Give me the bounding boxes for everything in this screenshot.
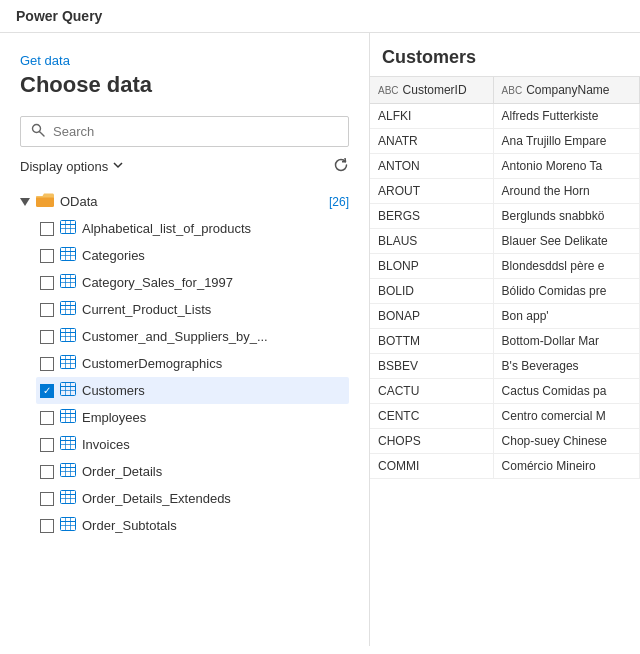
table-icon <box>60 220 76 237</box>
right-panel: Customers ABCCustomerIDABCCompanyName AL… <box>370 33 640 646</box>
cell-customerid: BLAUS <box>370 229 493 254</box>
tree-item-invoices[interactable]: Invoices <box>36 431 349 458</box>
refresh-icon[interactable] <box>333 157 349 176</box>
table-row: ALFKIAlfreds Futterkiste <box>370 104 640 129</box>
checkbox-employees[interactable] <box>40 411 54 425</box>
page-title: Choose data <box>20 72 349 98</box>
table-row: COMMIComércio Mineiro <box>370 454 640 479</box>
tree-item-category_sales[interactable]: Category_Sales_for_1997 <box>36 269 349 296</box>
checkbox-order_subtotals[interactable] <box>40 519 54 533</box>
svg-rect-3 <box>61 221 76 234</box>
preview-table-container[interactable]: ABCCustomerIDABCCompanyName ALFKIAlfreds… <box>370 77 640 646</box>
tree-item-categories[interactable]: Categories <box>36 242 349 269</box>
search-box[interactable] <box>20 116 349 147</box>
tree-item-order_details[interactable]: Order_Details <box>36 458 349 485</box>
title-bar: Power Query <box>0 0 640 33</box>
tree-root-odata[interactable]: OData [26] <box>20 188 349 215</box>
table-icon <box>60 355 76 372</box>
table-row: BOTTMBottom-Dollar Mar <box>370 329 640 354</box>
table-icon <box>60 463 76 480</box>
tree-item-alphabetical[interactable]: Alphabetical_list_of_products <box>36 215 349 242</box>
tree-section: OData [26] Alphabetical_list_of_products… <box>20 188 349 539</box>
col-header-companyname: ABCCompanyName <box>493 77 639 104</box>
table-icon <box>60 517 76 534</box>
table-icon <box>60 436 76 453</box>
table-icon <box>60 409 76 426</box>
item-label-order_subtotals: Order_Subtotals <box>82 518 177 533</box>
cell-companyname: Ana Trujillo Empare <box>493 129 639 154</box>
svg-rect-23 <box>61 329 76 342</box>
cell-customerid: ALFKI <box>370 104 493 129</box>
cell-customerid: ANTON <box>370 154 493 179</box>
item-label-customer_suppliers: Customer_and_Suppliers_by_... <box>82 329 268 344</box>
checkbox-category_sales[interactable] <box>40 276 54 290</box>
col-type-icon: ABC <box>502 85 523 96</box>
tree-root-count: [26] <box>329 195 349 209</box>
checkbox-customer_demographics[interactable] <box>40 357 54 371</box>
table-icon <box>60 301 76 318</box>
display-options-row: Display options <box>20 157 349 176</box>
cell-companyname: Bólido Comidas pre <box>493 279 639 304</box>
cell-customerid: ANATR <box>370 129 493 154</box>
cell-customerid: BOTTM <box>370 329 493 354</box>
table-row: ANTONAntonio Moreno Ta <box>370 154 640 179</box>
table-icon <box>60 247 76 264</box>
tree-item-current_products[interactable]: Current_Product_Lists <box>36 296 349 323</box>
cell-companyname: Blondesddsl père e <box>493 254 639 279</box>
tree-item-customer_suppliers[interactable]: Customer_and_Suppliers_by_... <box>36 323 349 350</box>
svg-rect-48 <box>61 464 76 477</box>
svg-rect-53 <box>61 491 76 504</box>
svg-rect-18 <box>61 302 76 315</box>
table-row: CHOPSChop-suey Chinese <box>370 429 640 454</box>
checkbox-invoices[interactable] <box>40 438 54 452</box>
checkbox-customer_suppliers[interactable] <box>40 330 54 344</box>
tree-item-employees[interactable]: Employees <box>36 404 349 431</box>
tree-item-customer_demographics[interactable]: CustomerDemographics <box>36 350 349 377</box>
tree-item-order_subtotals[interactable]: Order_Subtotals <box>36 512 349 539</box>
item-label-customers: Customers <box>82 383 145 398</box>
cell-companyname: Chop-suey Chinese <box>493 429 639 454</box>
cell-companyname: Centro comercial M <box>493 404 639 429</box>
item-label-category_sales: Category_Sales_for_1997 <box>82 275 233 290</box>
svg-rect-58 <box>61 518 76 531</box>
item-label-employees: Employees <box>82 410 146 425</box>
cell-customerid: BLONP <box>370 254 493 279</box>
tree-item-customers[interactable]: ✓ Customers <box>36 377 349 404</box>
preview-table: ABCCustomerIDABCCompanyName ALFKIAlfreds… <box>370 77 640 479</box>
display-options-button[interactable]: Display options <box>20 159 124 174</box>
cell-companyname: Alfreds Futterkiste <box>493 104 639 129</box>
table-row: AROUTAround the Horn <box>370 179 640 204</box>
svg-rect-38 <box>61 410 76 423</box>
svg-rect-43 <box>61 437 76 450</box>
get-data-label: Get data <box>20 53 349 68</box>
cell-customerid: CACTU <box>370 379 493 404</box>
checkbox-current_products[interactable] <box>40 303 54 317</box>
cell-companyname: B's Beverages <box>493 354 639 379</box>
table-row: BERGSBerglunds snabbkö <box>370 204 640 229</box>
cell-companyname: Bon app' <box>493 304 639 329</box>
checkbox-order_details[interactable] <box>40 465 54 479</box>
checkbox-customers[interactable]: ✓ <box>40 384 54 398</box>
left-panel: Get data Choose data Display options <box>0 33 370 646</box>
item-label-invoices: Invoices <box>82 437 130 452</box>
tree-root-label: OData <box>60 194 98 209</box>
svg-rect-28 <box>61 356 76 369</box>
cell-customerid: BOLID <box>370 279 493 304</box>
cell-companyname: Around the Horn <box>493 179 639 204</box>
cell-companyname: Antonio Moreno Ta <box>493 154 639 179</box>
folder-icon <box>36 192 54 211</box>
checkbox-categories[interactable] <box>40 249 54 263</box>
checkbox-order_details_ext[interactable] <box>40 492 54 506</box>
checkbox-alphabetical[interactable] <box>40 222 54 236</box>
svg-rect-2 <box>36 196 54 207</box>
item-label-current_products: Current_Product_Lists <box>82 302 211 317</box>
table-row: BOLIDBólido Comidas pre <box>370 279 640 304</box>
col-type-icon: ABC <box>378 85 399 96</box>
svg-rect-8 <box>61 248 76 261</box>
cell-companyname: Comércio Mineiro <box>493 454 639 479</box>
tree-item-order_details_ext[interactable]: Order_Details_Extendeds <box>36 485 349 512</box>
search-input[interactable] <box>53 124 338 139</box>
cell-customerid: BSBEV <box>370 354 493 379</box>
table-row: CACTUCactus Comidas pa <box>370 379 640 404</box>
table-icon <box>60 274 76 291</box>
